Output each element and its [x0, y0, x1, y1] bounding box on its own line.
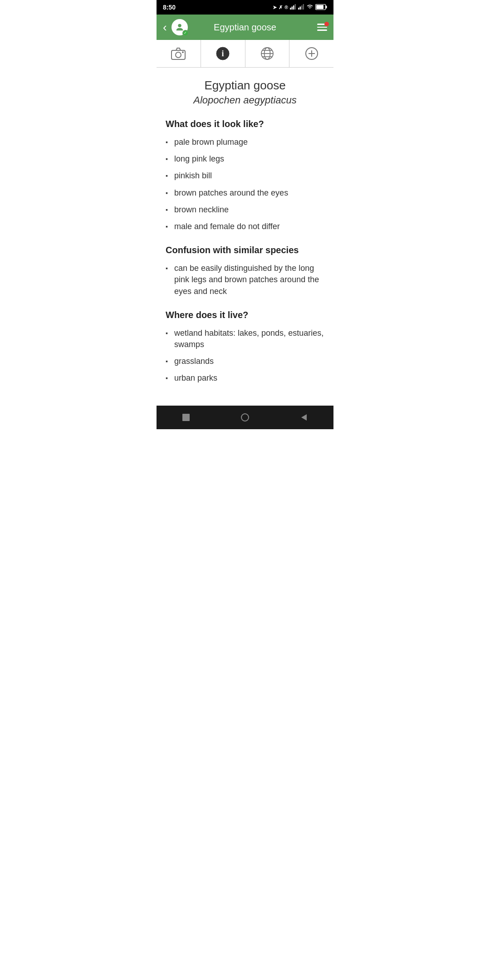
back-button[interactable]: ‹ — [163, 21, 167, 33]
list-item: wetland habitats: lakes, ponds, estuarie… — [166, 328, 324, 350]
avatar-check-icon — [182, 30, 189, 36]
bluetooth-icon: ✗ — [279, 5, 283, 10]
svg-rect-1 — [292, 7, 293, 10]
list-item: brown patches around the eyes — [166, 187, 324, 199]
signal1-icon — [290, 4, 296, 10]
svg-rect-25 — [182, 414, 190, 421]
list-item: grasslands — [166, 356, 324, 367]
svg-point-11 — [178, 24, 181, 27]
scientific-name: Alopochen aegyptiacus — [166, 94, 324, 106]
bottom-nav — [157, 406, 333, 429]
status-time: 8:50 — [163, 4, 176, 11]
header: ‹ Egyptian goose — [157, 15, 333, 40]
list-item: male and female do not differ — [166, 221, 324, 232]
list-item: urban parks — [166, 372, 324, 384]
appearance-list: pale brown plumage long pink legs pinkis… — [166, 137, 324, 232]
tab-globe[interactable] — [245, 40, 290, 67]
svg-marker-27 — [301, 414, 307, 421]
svg-rect-10 — [326, 5, 327, 8]
confusion-list: can be easily distinguished by the long … — [166, 263, 324, 297]
common-name: Egyptian goose — [166, 78, 324, 93]
nav-stop-button[interactable] — [181, 412, 191, 422]
svg-rect-5 — [300, 7, 301, 10]
content-area: Egyptian goose Alopochen aegyptiacus Wha… — [157, 68, 333, 406]
svg-point-13 — [176, 52, 181, 58]
svg-rect-9 — [316, 5, 323, 9]
header-title: Egyptian goose — [214, 22, 276, 33]
nav-home-button[interactable] — [240, 412, 250, 422]
section-heading-appearance: What does it look like? — [166, 119, 324, 129]
menu-button[interactable] — [317, 24, 327, 31]
list-item: can be easily distinguished by the long … — [166, 263, 324, 297]
wifi-icon — [306, 4, 314, 10]
status-icons: ➤ ✗ ® — [273, 4, 327, 11]
habitat-list: wetland habitats: lakes, ponds, estuarie… — [166, 328, 324, 384]
registered-icon: ® — [284, 5, 288, 10]
svg-rect-4 — [298, 8, 299, 10]
notification-dot — [324, 22, 329, 26]
tab-add[interactable] — [289, 40, 333, 67]
signal2-icon — [298, 4, 304, 10]
list-item: pale brown plumage — [166, 137, 324, 148]
list-item: pinkish bill — [166, 170, 324, 181]
svg-rect-0 — [290, 8, 291, 10]
svg-point-14 — [182, 51, 184, 53]
svg-rect-7 — [303, 4, 304, 10]
svg-rect-3 — [295, 4, 296, 10]
section-heading-confusion: Confusion with similar species — [166, 245, 324, 255]
svg-rect-6 — [301, 5, 303, 10]
location-icon: ➤ — [273, 5, 277, 10]
user-avatar[interactable] — [172, 19, 188, 35]
battery-icon — [315, 4, 327, 11]
svg-rect-2 — [293, 5, 294, 10]
tab-camera[interactable] — [157, 40, 201, 67]
list-item: long pink legs — [166, 153, 324, 165]
list-item: brown neckline — [166, 204, 324, 216]
tab-info[interactable]: i — [201, 40, 245, 67]
species-title: Egyptian goose Alopochen aegyptiacus — [166, 78, 324, 106]
svg-point-26 — [241, 414, 249, 421]
svg-text:i: i — [222, 49, 224, 58]
status-bar: 8:50 ➤ ✗ ® — [157, 0, 333, 15]
nav-back-button[interactable] — [299, 412, 309, 422]
section-heading-habitat: Where does it live? — [166, 310, 324, 320]
tab-bar: i — [157, 40, 333, 68]
